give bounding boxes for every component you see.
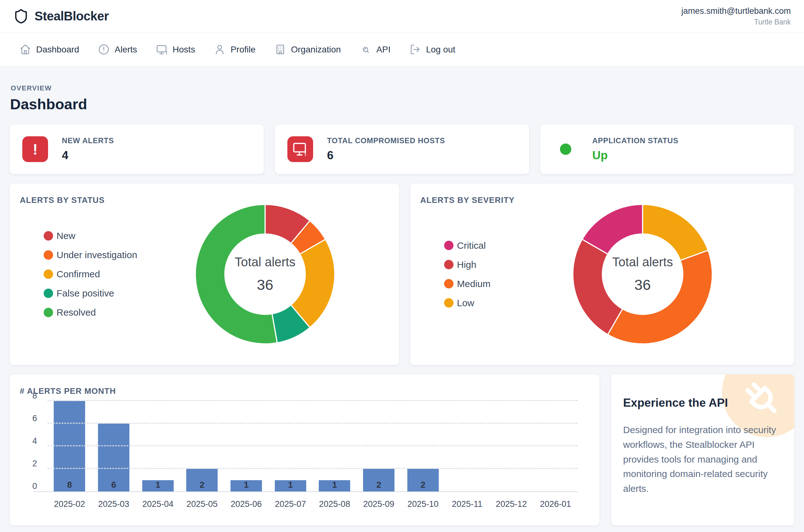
nav-item-hosts[interactable]: Hosts xyxy=(156,44,195,55)
bar-plot: 861211122 02468 xyxy=(47,401,578,492)
nav-item-alerts[interactable]: Alerts xyxy=(98,44,137,55)
user-organization: Turtle Bank xyxy=(681,18,791,26)
gridline xyxy=(47,423,578,424)
stat-value: Up xyxy=(592,149,678,162)
legend-dot xyxy=(44,289,53,298)
x-axis-tick-label: 2025-10 xyxy=(401,499,445,509)
legend-dot xyxy=(44,308,53,317)
status-donut-chart[interactable] xyxy=(194,204,336,345)
bar-slot-2025-04: 1 xyxy=(136,401,180,492)
bar-2025-02[interactable] xyxy=(54,401,85,492)
home-icon xyxy=(19,44,31,55)
bar-slot-2025-08: 1 xyxy=(312,401,357,492)
bar-slot-2025-05: 2 xyxy=(180,401,224,492)
nav-item-organization[interactable]: Organization xyxy=(274,44,341,55)
legend-item-under-investigation[interactable]: Under investigation xyxy=(44,250,137,260)
legend-label: False positive xyxy=(57,288,114,299)
monitor-alert-badge-icon xyxy=(287,136,313,162)
y-axis-tick-label: 0 xyxy=(23,481,37,491)
user-info: james.smith@turtlebank.com Turtle Bank xyxy=(681,6,791,26)
legend-item-new[interactable]: New xyxy=(44,230,137,241)
donut-segment-resolved[interactable] xyxy=(195,205,277,344)
legend-dot xyxy=(444,279,454,289)
x-axis-tick-label: 2025-07 xyxy=(268,499,312,509)
page-title: Dashboard xyxy=(10,95,795,113)
legend-item-resolved[interactable]: Resolved xyxy=(44,307,137,318)
legend-item-high[interactable]: High xyxy=(444,260,491,270)
x-axis-tick-label: 2025-03 xyxy=(92,499,136,509)
stat-card-application-status: APPLICATION STATUS Up xyxy=(540,124,795,174)
y-axis-tick-label: 6 xyxy=(23,414,37,423)
alerts-per-month-card: # ALERTS PER MONTH 861211122 02468 2025-… xyxy=(9,374,600,526)
bar-series[interactable]: 861211122 xyxy=(47,401,578,492)
x-axis-tick-label: 2026-01 xyxy=(533,499,578,509)
nav-label: Profile xyxy=(231,44,255,55)
legend-item-critical[interactable]: Critical xyxy=(444,240,491,251)
logout-icon xyxy=(409,44,421,55)
legend-dot xyxy=(44,269,53,279)
x-axis-tick-label: 2025-02 xyxy=(47,499,92,509)
alert-circle-icon xyxy=(98,44,110,55)
bar-value-label: 1 xyxy=(142,480,174,490)
bar-slot-2025-02: 8 xyxy=(47,401,92,492)
bar-value-label: 6 xyxy=(98,480,129,490)
y-axis-tick-label: 2 xyxy=(23,459,37,469)
nav-label: Dashboard xyxy=(36,44,79,55)
nav-item-logout[interactable]: Log out xyxy=(409,44,455,55)
stat-value: 4 xyxy=(62,149,114,162)
alerts-by-status-card: ALERTS BY STATUS NewUnder investigationC… xyxy=(9,183,400,365)
bar-value-label: 1 xyxy=(275,480,306,490)
legend-dot xyxy=(444,260,454,269)
legend-label: Confirmed xyxy=(57,269,100,280)
bar-slot-2025-07: 1 xyxy=(268,401,312,492)
bottom-row: # ALERTS PER MONTH 861211122 02468 2025-… xyxy=(9,374,795,526)
main-nav: Dashboard Alerts Hosts Profile Organizat… xyxy=(0,33,804,66)
legend-dot xyxy=(444,241,454,250)
chart-title: ALERTS BY SEVERITY xyxy=(420,195,515,205)
legend-item-false-positive[interactable]: False positive xyxy=(44,288,137,299)
chart-title: ALERTS BY STATUS xyxy=(20,195,104,205)
plug-icon xyxy=(360,44,371,55)
x-axis-tick-label: 2025-05 xyxy=(180,499,224,509)
bar-slot-2025-09: 2 xyxy=(357,401,401,492)
bar-value-label: 2 xyxy=(407,480,439,490)
nav-label: Hosts xyxy=(173,44,195,55)
app-name: StealBlocker xyxy=(35,9,109,23)
x-axis-tick-label: 2025-06 xyxy=(224,499,269,509)
app-logo[interactable]: StealBlocker xyxy=(13,8,109,24)
legend-item-low[interactable]: Low xyxy=(444,298,491,308)
stat-label: APPLICATION STATUS xyxy=(592,136,678,145)
bar-slot-2026-01 xyxy=(533,401,578,492)
bar-value-label: 1 xyxy=(319,480,350,490)
nav-item-api[interactable]: API xyxy=(360,44,390,55)
donut-segment-low[interactable] xyxy=(643,205,708,260)
legend-label: New xyxy=(57,230,75,241)
donut-segment-medium[interactable] xyxy=(608,250,712,344)
bar-slot-2025-11 xyxy=(445,401,489,492)
severity-legend: CriticalHighMediumLow xyxy=(444,240,491,308)
nav-item-profile[interactable]: Profile xyxy=(214,44,255,55)
legend-item-confirmed[interactable]: Confirmed xyxy=(44,269,137,280)
bar-value-label: 2 xyxy=(363,480,395,490)
nav-label: Log out xyxy=(426,44,455,55)
donut-segment-high[interactable] xyxy=(573,239,623,335)
stat-value: 6 xyxy=(327,149,445,162)
stats-row: ! NEW ALERTS 4 TOTAL COMPROMISED HOSTS 6… xyxy=(9,124,795,174)
gridline xyxy=(47,445,578,446)
x-axis-tick-label: 2025-11 xyxy=(445,499,489,509)
api-card-body: Designed for integration into security w… xyxy=(623,423,782,496)
api-promo-card: Experience the API Designed for integrat… xyxy=(611,374,795,526)
nav-label: API xyxy=(376,44,390,55)
user-email: james.smith@turtlebank.com xyxy=(681,6,791,16)
legend-dot xyxy=(444,298,454,308)
legend-item-medium[interactable]: Medium xyxy=(444,279,491,289)
nav-item-dashboard[interactable]: Dashboard xyxy=(19,44,79,55)
green-status-dot xyxy=(560,144,571,155)
bar-value-label: 8 xyxy=(54,480,85,490)
severity-donut-chart[interactable] xyxy=(572,204,713,345)
status-donut: Total alerts 36 xyxy=(194,204,336,345)
nav-label: Alerts xyxy=(115,44,137,55)
legend-label: Low xyxy=(457,298,474,308)
bar-slot-2025-03: 6 xyxy=(92,401,136,492)
bar-slot-2025-12 xyxy=(489,401,534,492)
